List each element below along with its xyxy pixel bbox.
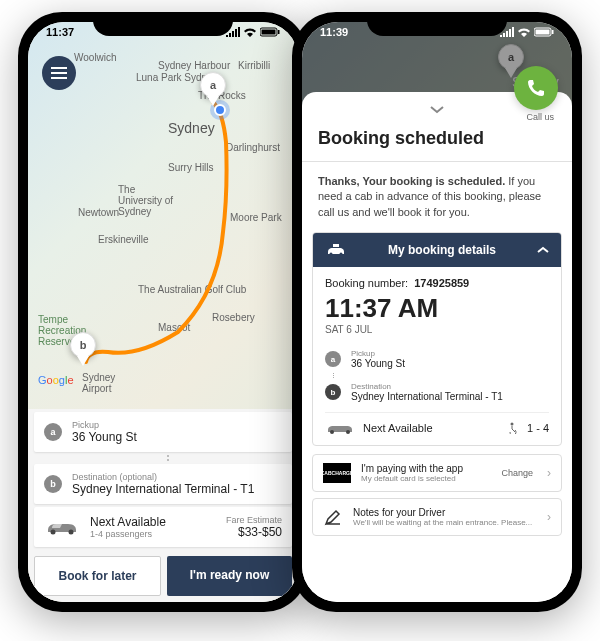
pickup-value: 36 Young St	[72, 430, 282, 444]
destination-row[interactable]: b Destination (optional) Sydney Internat…	[34, 464, 292, 504]
car-icon	[44, 518, 80, 536]
svg-point-13	[510, 423, 513, 426]
pin-b-label: b	[70, 332, 96, 358]
pin-a-label: a	[498, 44, 524, 70]
detail-pickup: a Pickup 36 Young St	[325, 345, 549, 373]
booking-sheet: a Pickup 36 Young St b Destination (opti…	[28, 409, 298, 602]
notes-sub: We'll will be waiting at the main entran…	[353, 518, 537, 527]
marker-b: b	[325, 384, 341, 400]
phone-notch	[93, 12, 233, 36]
dest-marker: b	[44, 475, 62, 493]
wifi-icon	[517, 27, 531, 37]
details-title: My booking details	[357, 243, 527, 257]
vehicle-row[interactable]: Next Available 1-4 passengers Fare Estim…	[34, 507, 292, 547]
route-connector	[43, 455, 292, 461]
dest-value: Sydney International Terminal - T1	[351, 391, 503, 402]
svg-point-4	[69, 530, 74, 535]
map-label: Sydney Harbour	[158, 60, 230, 71]
booking-number-row: Booking number:174925859	[325, 277, 549, 289]
wheelchair-icon	[507, 422, 519, 434]
pin-a[interactable]: a	[200, 72, 226, 106]
chevron-down-icon	[430, 106, 444, 114]
vehicle-name: Next Available	[363, 422, 499, 434]
svg-point-12	[346, 430, 350, 434]
notes-row[interactable]: Notes for your Driver We'll will be wait…	[312, 498, 562, 536]
call-us-label: Call us	[526, 112, 554, 122]
details-header[interactable]: My booking details	[313, 233, 561, 267]
pin-b[interactable]: b	[70, 332, 96, 366]
chevron-right-icon: ›	[547, 466, 551, 480]
detail-destination: b Destination Sydney International Termi…	[325, 378, 549, 406]
dest-label: Destination (optional)	[72, 472, 282, 482]
book-later-button[interactable]: Book for later	[34, 556, 161, 596]
screen-confirmation: 11:39 Sydney a Call us	[302, 22, 572, 602]
call-us-button[interactable]	[514, 66, 558, 110]
phone-icon	[526, 78, 546, 98]
thanks-message: Thanks, Your booking is scheduled. If yo…	[302, 174, 572, 232]
pickup-value: 36 Young St	[351, 358, 405, 369]
phone-map-view: 11:37 Woolwich Sydney Sydney Harbour Kir…	[18, 12, 308, 612]
svg-point-9	[340, 253, 343, 256]
booking-time: 11:37 AM	[325, 293, 549, 324]
action-buttons: Book for later I'm ready now	[28, 550, 298, 602]
taxi-icon	[325, 243, 347, 257]
svg-point-3	[51, 530, 56, 535]
confirmation-sheet: Call us Booking scheduled Thanks, Your b…	[302, 92, 572, 602]
map-label: Woolwich	[74, 52, 117, 63]
payment-row[interactable]: CABCHARGE I'm paying with the app My def…	[312, 454, 562, 492]
pin-a-label: a	[200, 72, 226, 98]
hamburger-icon	[51, 67, 67, 79]
phone-notch	[367, 12, 507, 36]
battery-icon	[534, 27, 554, 37]
vehicle-passengers: 1-4 passengers	[90, 529, 216, 539]
car-icon	[325, 421, 355, 435]
payment-sub: My default card is selected	[361, 474, 491, 483]
svg-point-11	[330, 430, 334, 434]
pickup-label: Pickup	[72, 420, 282, 430]
marker-a: a	[325, 351, 341, 367]
chevron-up-icon	[537, 246, 549, 254]
svg-rect-10	[333, 244, 339, 247]
vehicle-name: Next Available	[90, 515, 216, 529]
pickup-marker: a	[44, 423, 62, 441]
svg-rect-1	[262, 30, 276, 35]
pen-icon	[323, 507, 343, 527]
dest-value: Sydney International Terminal - T1	[72, 482, 282, 496]
detail-vehicle: Next Available 1 - 4	[325, 412, 549, 435]
details-body: Booking number:174925859 11:37 AM SAT 6 …	[313, 267, 561, 445]
svg-rect-7	[552, 30, 554, 34]
divider	[302, 161, 572, 162]
pickup-row[interactable]: a Pickup 36 Young St	[34, 412, 292, 452]
svg-point-8	[330, 253, 333, 256]
status-time: 11:37	[46, 26, 74, 38]
screen-map: 11:37 Woolwich Sydney Sydney Harbour Kir…	[28, 22, 298, 602]
status-indicators	[500, 26, 554, 38]
vehicle-count: 1 - 4	[527, 422, 549, 434]
notes-title: Notes for your Driver	[353, 507, 537, 518]
page-title: Booking scheduled	[302, 124, 572, 161]
route-path	[78, 72, 258, 422]
booking-details-card: My booking details Booking number:174925…	[312, 232, 562, 446]
google-logo: Google	[38, 374, 74, 386]
payment-title: I'm paying with the app	[361, 463, 491, 474]
fare-value: $33-$50	[226, 525, 282, 539]
svg-rect-6	[536, 30, 550, 35]
svg-rect-2	[278, 30, 280, 34]
pickup-label: Pickup	[351, 349, 405, 358]
map-label: Kirribilli	[238, 60, 270, 71]
change-link[interactable]: Change	[501, 468, 533, 478]
status-indicators	[226, 26, 280, 38]
ready-now-button[interactable]: I'm ready now	[167, 556, 292, 596]
menu-button[interactable]	[42, 56, 76, 90]
dest-label: Destination	[351, 382, 503, 391]
chevron-right-icon: ›	[547, 510, 551, 524]
battery-icon	[260, 27, 280, 37]
phone-confirmation-view: 11:39 Sydney a Call us	[292, 12, 582, 612]
wifi-icon	[243, 27, 257, 37]
booking-date: SAT 6 JUL	[325, 324, 549, 335]
booking-number: 174925859	[414, 277, 469, 289]
status-time: 11:39	[320, 26, 348, 38]
fare-label: Fare Estimate	[226, 515, 282, 525]
cabcharge-badge: CABCHARGE	[323, 463, 351, 483]
